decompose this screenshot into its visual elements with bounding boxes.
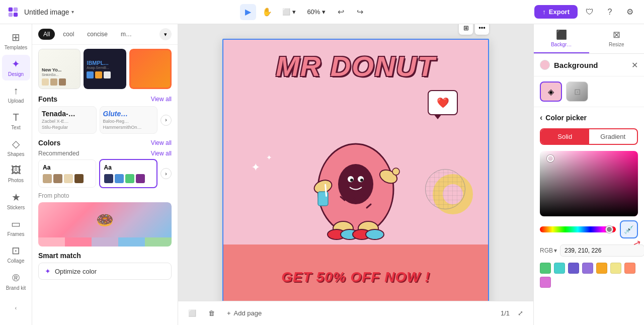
color-swatch[interactable]	[53, 174, 62, 183]
solid-bg-option[interactable]: ◈	[540, 82, 562, 102]
hue-slider[interactable]	[540, 226, 616, 232]
palette-card-1[interactable]: Aa	[38, 159, 96, 188]
sidebar-item-collage[interactable]: ⊡ Collage	[2, 241, 30, 267]
fonts-next-button[interactable]: ›	[160, 115, 172, 126]
colors-view-all[interactable]: View all	[151, 139, 172, 146]
filter-tab-concise[interactable]: concise	[82, 29, 113, 40]
font-card-2[interactable]: Glute… Baloo-Reg…HammersmithOn…	[100, 106, 158, 134]
color-swatch[interactable]	[43, 174, 52, 183]
svg-rect-3	[14, 12, 18, 16]
palette-next-button[interactable]: ›	[160, 168, 172, 179]
fonts-section-header: Fonts View all	[38, 95, 172, 103]
font-primary-name-2: Glute…	[103, 110, 154, 118]
photo-palette[interactable]: 🍩	[38, 202, 172, 247]
photo-swatch[interactable]	[65, 237, 92, 247]
select-tool-button[interactable]: ▶	[240, 4, 256, 20]
banner-text: GET 50% OFF NOW !	[281, 269, 430, 285]
sidebar-item-templates[interactable]: ⊞ Templates	[2, 28, 30, 54]
gradient-bg-option[interactable]: ⊡	[566, 82, 588, 102]
sidebar-item-stickers[interactable]: ★ Stickers	[2, 188, 30, 213]
color-swatch[interactable]	[115, 174, 124, 183]
photo-swatch[interactable]	[92, 237, 118, 247]
more-canvas-button[interactable]: •••	[475, 24, 489, 35]
sidebar-item-text[interactable]: T Text	[2, 108, 30, 134]
photo-swatch[interactable]	[118, 237, 145, 247]
template-card-2[interactable]: IBMPL... Asap-SemiB...	[84, 49, 126, 89]
zoom-button[interactable]: 60% ▾	[303, 6, 330, 18]
recent-color-swatch[interactable]	[582, 263, 593, 274]
frames-icon: ▭	[11, 218, 21, 230]
delete-page-button[interactable]: 🗑	[204, 307, 219, 319]
sidebar-item-design[interactable]: ✦ Design	[2, 55, 30, 80]
more-filters-button[interactable]: ▾	[159, 28, 172, 40]
color-swatch[interactable]	[136, 174, 145, 183]
sidebar-item-frames[interactable]: ▭ Frames	[2, 214, 30, 240]
export-icon: ↑	[542, 8, 546, 16]
gradient-bg-icon: ⊡	[574, 87, 581, 97]
tab-background[interactable]: ⬛ Backgr…	[534, 24, 589, 53]
font-card-1[interactable]: Tenada-… Zacbel X-E…Stilu-Regular	[38, 106, 97, 134]
palette-title-1: Aa	[43, 164, 92, 171]
filter-tab-all[interactable]: All	[38, 29, 55, 40]
canvas-frame[interactable]: MR DONUT	[222, 39, 489, 310]
settings-icon-button[interactable]: ⚙	[622, 4, 638, 20]
filter-tab-m[interactable]: m…	[116, 29, 137, 40]
recent-color-swatch[interactable]	[568, 263, 579, 274]
color-swatch[interactable]	[74, 174, 84, 183]
background-color-swatch[interactable]	[540, 60, 550, 70]
background-header: Background ✕	[534, 54, 644, 76]
optimize-color-button[interactable]: ✦ Optimize color	[38, 263, 172, 280]
gradient-tab[interactable]: Gradient	[589, 129, 637, 144]
recent-color-swatch[interactable]	[540, 277, 551, 288]
palette-card-2[interactable]: Aa	[99, 159, 158, 188]
filter-tabs: All cool concise m… ▾	[32, 24, 178, 45]
solid-tab[interactable]: Solid	[541, 129, 589, 144]
fullscreen-canvas-button[interactable]: ⊞	[459, 24, 473, 35]
help-icon-button[interactable]: ?	[602, 4, 618, 20]
photo-swatch[interactable]	[145, 237, 172, 247]
resize-tab-icon: ⊠	[613, 29, 620, 40]
redo-button[interactable]: ↪	[352, 4, 368, 20]
logo-icon[interactable]	[6, 5, 20, 19]
from-photo-label: From photo	[38, 192, 172, 199]
tab-resize[interactable]: ⊠ Resize	[589, 24, 645, 53]
sidebar-item-photos[interactable]: 🖼 Photos	[2, 161, 30, 187]
color-gradient-picker[interactable]	[540, 151, 638, 216]
recommended-view-all[interactable]: View all	[151, 150, 172, 157]
template-card-3[interactable]	[129, 49, 172, 89]
doc-title[interactable]: Untitled image ▾	[24, 8, 74, 16]
page-thumbnail-button[interactable]: ⬜	[184, 307, 200, 319]
device-select-button[interactable]: ⬜ ▾	[278, 6, 300, 18]
shield-icon-button[interactable]: 🛡	[582, 4, 598, 20]
fonts-view-all[interactable]: View all	[151, 96, 172, 103]
add-page-button[interactable]: + Add page	[223, 307, 266, 319]
sidebar-item-label: Text	[11, 125, 20, 130]
recent-color-swatch[interactable]	[554, 263, 565, 274]
recent-color-swatch[interactable]	[610, 263, 621, 274]
recent-color-swatch[interactable]	[624, 263, 635, 274]
color-swatch[interactable]	[104, 174, 113, 183]
eyedropper-button[interactable]: 💉	[620, 220, 638, 238]
sidebar-item-label: Stickers	[7, 205, 25, 210]
template-card-1[interactable]: New Yo... SinkinSo...	[38, 49, 80, 89]
sidebar-item-upload[interactable]: ↑ Upload	[2, 82, 30, 107]
color-swatch[interactable]	[125, 174, 134, 183]
sidebar-item-brand[interactable]: ® Brand kit	[2, 269, 30, 294]
export-button[interactable]: ↑ Export	[534, 5, 578, 19]
undo-button[interactable]: ↩	[333, 4, 349, 20]
topbar: Untitled image ▾ ▶ ✋ ⬜ ▾ 60% ▾ ↩ ↪ ↑ Exp…	[0, 0, 644, 24]
background-close-button[interactable]: ✕	[631, 60, 638, 70]
background-panel: Background ✕ ◈ ⊡ ‹ Color picker	[534, 54, 644, 325]
recent-color-swatch[interactable]	[596, 263, 607, 274]
color-picker-back[interactable]: ‹ Color picker	[540, 113, 638, 122]
hand-tool-button[interactable]: ✋	[259, 4, 275, 20]
expand-button[interactable]: ⤢	[514, 307, 527, 319]
photo-swatch[interactable]	[38, 237, 65, 247]
sidebar-collapse-button[interactable]: ‹	[2, 295, 30, 321]
color-swatch[interactable]	[64, 174, 73, 183]
background-title: Background	[554, 61, 598, 69]
filter-tab-cool[interactable]: cool	[58, 29, 79, 40]
rgb-label[interactable]: RGB ▾	[540, 247, 557, 254]
recent-color-swatch[interactable]	[540, 263, 551, 274]
sidebar-item-shapes[interactable]: ◇ Shapes	[2, 135, 30, 160]
